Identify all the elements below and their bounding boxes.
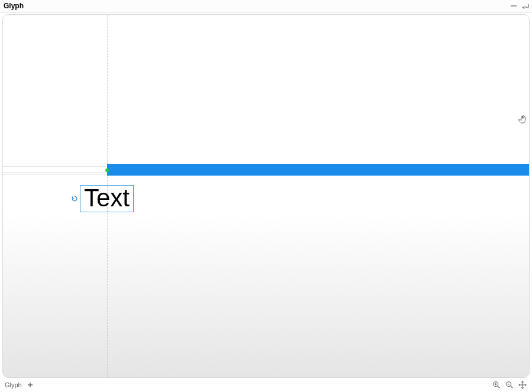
snap-indicator [105, 169, 109, 172]
text-element[interactable]: Text [84, 184, 130, 212]
baseline-highlight [107, 164, 529, 176]
add-tab-icon[interactable] [25, 380, 35, 390]
zoom-out-icon[interactable] [505, 380, 514, 390]
svg-line-8 [511, 386, 513, 388]
zoom-in-icon[interactable] [492, 380, 501, 390]
hand-cursor-icon [517, 114, 528, 125]
minimize-icon[interactable] [510, 2, 518, 10]
svg-line-4 [498, 386, 500, 388]
panel-title: Glyph [4, 2, 24, 10]
tab-label[interactable]: Glyph [5, 381, 22, 388]
rotate-handle-icon[interactable] [71, 195, 78, 202]
pin-icon[interactable] [521, 2, 530, 10]
glyph-canvas[interactable]: Text [2, 14, 530, 378]
fit-view-icon[interactable] [518, 380, 527, 390]
status-bar: Glyph [2, 379, 530, 391]
panel-header: Glyph [0, 0, 532, 12]
text-element-selection[interactable]: Text [80, 185, 134, 212]
